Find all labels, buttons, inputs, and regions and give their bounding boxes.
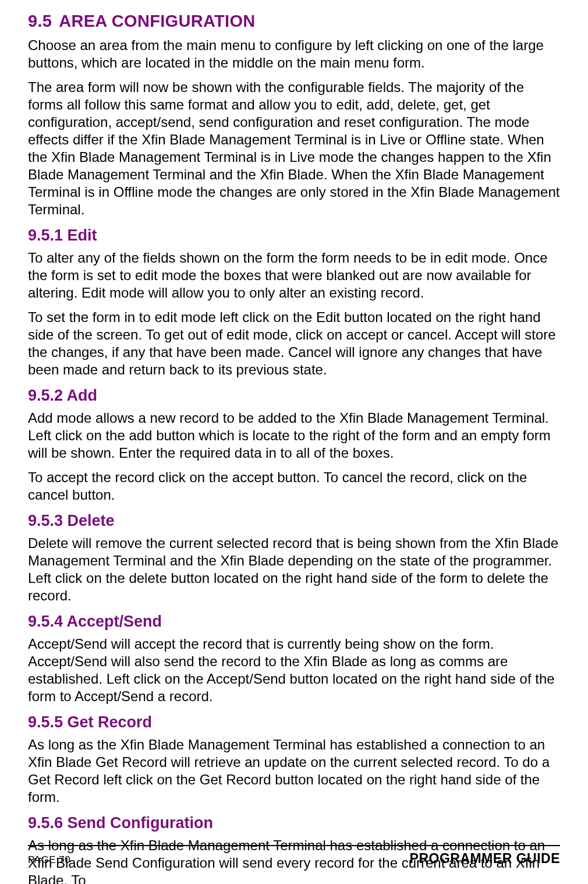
- section-heading: 9.5AREA CONFIGURATION: [28, 12, 560, 31]
- subsection-heading-send-configuration: 9.5.6 Send Configuration: [28, 814, 560, 832]
- add-paragraph-1: Add mode allows a new record to be added…: [28, 409, 560, 462]
- subsection-heading-edit: 9.5.1 Edit: [28, 227, 560, 245]
- page-footer: PAGE 70 PROGRAMMER GUIDE: [28, 845, 560, 867]
- page-content: 9.5AREA CONFIGURATION Choose an area fro…: [0, 0, 588, 884]
- add-paragraph-2: To accept the record click on the accept…: [28, 469, 560, 504]
- intro-paragraph-1: Choose an area from the main menu to con…: [28, 37, 560, 72]
- subsection-heading-get-record: 9.5.5 Get Record: [28, 713, 560, 731]
- edit-paragraph-1: To alter any of the fields shown on the …: [28, 249, 560, 302]
- subsection-heading-delete: 9.5.3 Delete: [28, 512, 560, 530]
- section-number: 9.5: [28, 12, 52, 30]
- subsection-heading-add: 9.5.2 Add: [28, 387, 560, 405]
- footer-guide-label: PROGRAMMER GUIDE: [410, 851, 560, 867]
- section-title: AREA CONFIGURATION: [59, 12, 255, 30]
- edit-paragraph-2: To set the form in to edit mode left cli…: [28, 309, 560, 379]
- footer-page-number: PAGE 70: [28, 854, 70, 866]
- subsection-heading-accept-send: 9.5.4 Accept/Send: [28, 613, 560, 631]
- get-record-paragraph-1: As long as the Xfin Blade Management Ter…: [28, 736, 560, 806]
- intro-paragraph-2: The area form will now be shown with the…: [28, 79, 560, 218]
- accept-send-paragraph-1: Accept/Send will accept the record that …: [28, 635, 560, 705]
- delete-paragraph-1: Delete will remove the current selected …: [28, 535, 560, 604]
